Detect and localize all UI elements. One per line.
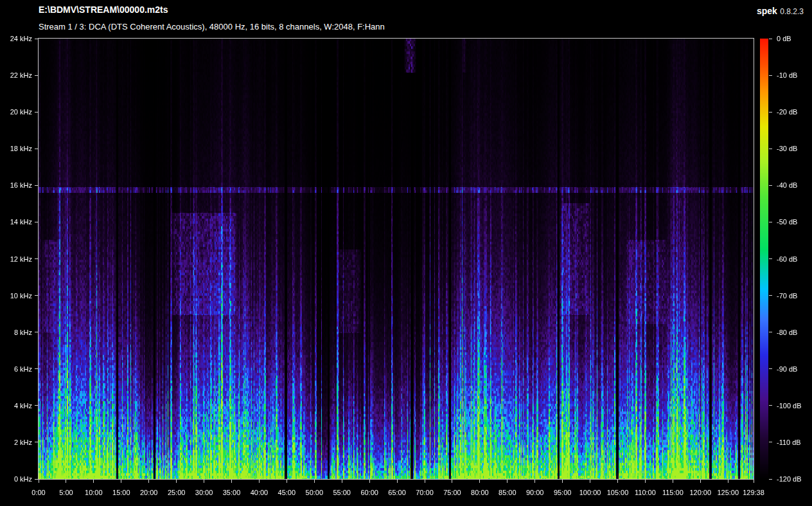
time-tick-label: 25:00 [168,489,186,496]
db-tick-label: -100 dB [777,402,802,410]
db-tick-label: -30 dB [777,145,797,152]
time-tick [369,480,370,483]
time-tick [314,480,315,483]
time-tick-label: 90:00 [526,489,544,496]
time-tick-label: 80:00 [471,489,489,496]
time-tick-label: 50:00 [306,489,324,496]
time-tick-label: 110:00 [635,489,656,496]
time-tick [342,480,342,483]
time-tick-label: 0:00 [31,489,45,496]
time-tick [231,480,232,483]
db-tick [769,39,772,39]
db-tick-label: -110 dB [777,438,801,446]
time-tick [204,480,204,483]
time-tick-label: 85:00 [499,489,516,496]
time-tick-label: 115:00 [662,489,684,496]
time-tick [66,480,66,483]
time-tick [425,480,425,483]
time-tick [645,480,646,483]
db-tick [769,332,772,332]
spek-window: E:\BDMV\STREAM\00000.m2ts spek 0.8.2.3 S… [0,0,812,506]
db-tick [769,442,772,442]
db-tick [769,368,772,369]
frequency-tick-label: 24 kHz [0,35,32,42]
time-tick-label: 10:00 [85,489,103,496]
db-tick-label: 0 dB [777,35,791,42]
time-tick [507,480,508,483]
time-tick-label: 125:00 [717,489,739,496]
app-name: spek [757,6,777,16]
file-path: E:\BDMV\STREAM\00000.m2ts [39,5,168,15]
app-version: 0.8.2.3 [780,7,804,16]
db-tick [769,405,772,406]
frequency-tick-label: 22 kHz [0,71,32,79]
frequency-tick-label: 6 kHz [0,365,32,373]
time-tick [562,480,563,483]
app-version-line: spek 0.8.2.3 [757,5,804,17]
time-tick-label: 100:00 [579,489,601,496]
time-tick-label: 30:00 [195,489,213,496]
time-tick-label: 105:00 [607,489,629,496]
db-tick [769,149,772,149]
time-tick [479,480,480,483]
spectrogram-plot-frame [38,38,754,480]
time-tick [673,480,673,483]
time-tick [259,480,260,483]
db-colorbar [760,39,768,479]
db-tick [769,258,772,259]
time-tick [93,480,94,483]
frequency-tick-label: 4 kHz [0,402,32,410]
time-tick-label: 20:00 [140,489,158,496]
time-tick [397,480,398,483]
time-tick-label: 120:00 [689,489,711,496]
db-tick [769,185,772,186]
time-tick [121,480,121,483]
time-tick-label: 35:00 [223,489,241,496]
frequency-tick-label: 2 kHz [0,438,32,446]
time-tick-label: 129:38 [743,489,764,496]
time-tick-label: 75:00 [443,489,461,496]
frequency-tick-label: 14 kHz [0,218,32,226]
db-tick [769,479,772,480]
time-tick [148,480,149,483]
frequency-tick-label: 18 kHz [0,145,32,152]
time-tick [754,480,754,483]
time-tick [534,480,535,483]
frequency-tick-label: 0 kHz [0,475,32,483]
time-tick [39,480,39,483]
time-tick [452,480,452,483]
db-tick-label: -90 dB [777,365,797,373]
time-tick [590,480,590,483]
time-tick-label: 5:00 [59,489,73,496]
time-tick-label: 70:00 [416,489,434,496]
time-tick-label: 60:00 [360,489,378,496]
stream-info: Stream 1 / 3: DCA (DTS Coherent Acoustic… [39,22,385,32]
time-tick-label: 55:00 [333,489,351,496]
time-tick-label: 40:00 [251,489,269,496]
db-tick-label: -70 dB [777,292,797,300]
db-tick [769,75,772,76]
time-tick-label: 45:00 [278,489,296,496]
time-tick-label: 65:00 [388,489,406,496]
time-tick [700,480,701,483]
spectrogram-canvas [39,39,754,479]
time-tick [728,480,728,483]
db-tick-label: -60 dB [777,255,797,263]
time-tick-label: 15:00 [112,489,130,496]
time-tick-label: 95:00 [554,489,572,496]
db-tick [769,222,772,222]
db-tick-label: -120 dB [777,475,802,483]
db-tick-label: -40 dB [777,181,797,189]
frequency-tick-label: 8 kHz [0,329,32,336]
frequency-tick-label: 20 kHz [0,108,32,116]
db-tick [769,295,772,296]
time-tick [176,480,177,483]
db-tick-label: -80 dB [777,329,797,336]
time-tick [287,480,287,483]
frequency-tick-label: 12 kHz [0,255,32,263]
time-tick [617,480,618,483]
db-tick [769,112,772,113]
db-tick-label: -50 dB [777,218,797,226]
db-tick-label: -20 dB [777,108,797,116]
frequency-tick-label: 16 kHz [0,181,32,189]
